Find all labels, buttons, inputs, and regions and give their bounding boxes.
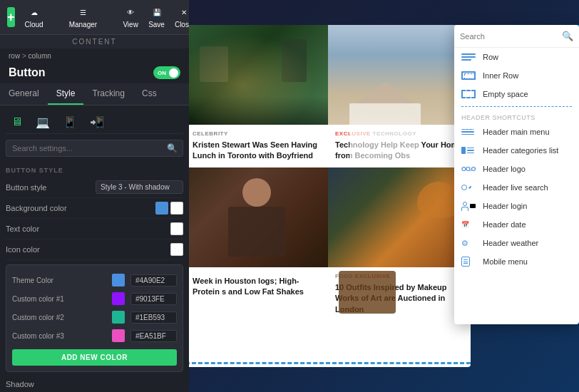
toolbar-view[interactable]: 👁 View <box>123 6 138 29</box>
header-date-icon: 📅 <box>461 220 477 229</box>
header-cat-icon <box>461 145 477 155</box>
header-logo-icon: OO.O <box>461 164 477 174</box>
mobile-menu-icon <box>461 257 477 267</box>
text-color-row: Text color <box>6 219 183 239</box>
toggle-switch[interactable]: ON <box>153 66 180 79</box>
shortcut-header-cat[interactable]: Header categories list <box>454 141 579 160</box>
header-menu-label: Header main menu <box>483 128 550 136</box>
mobile-menu-label: Mobile menu <box>483 257 528 266</box>
shortcut-header-weather[interactable]: ⚙ Header weather <box>454 234 579 252</box>
header-weather-icon: ⚙ <box>461 238 477 248</box>
bg-color-swatch-blue[interactable] <box>155 202 168 215</box>
mobile-icon[interactable]: 📲 <box>90 115 104 129</box>
search-input[interactable] <box>6 140 183 157</box>
inner-row-label: Inner Row <box>483 71 518 80</box>
header-search-icon <box>461 182 477 192</box>
custom2-color-chip[interactable] <box>112 311 125 324</box>
shortcut-header-menu[interactable]: Header main menu <box>454 123 579 141</box>
laptop-icon[interactable]: 💻 <box>36 115 50 129</box>
add-icon: ☁ <box>26 6 42 19</box>
icon-color-swatches <box>170 243 183 256</box>
blog-card-1-title: Kristen Stewart Was Seen Having Lunch in… <box>193 140 321 162</box>
blog-card-1-content: CELEBRITY Kristen Stewart Was Seen Havin… <box>185 125 328 167</box>
blog-card-1-image <box>185 25 328 125</box>
bg-color-swatch-white[interactable] <box>170 202 183 215</box>
toolbar-save[interactable]: 💾 Save <box>148 6 165 29</box>
text-color-swatches <box>170 222 183 235</box>
toolbar-close[interactable]: ✕ Close <box>175 6 189 29</box>
add-color-button[interactable]: ADD NEW COLOR <box>12 349 177 366</box>
text-color-swatch[interactable] <box>170 222 183 235</box>
custom1-color-row: Custom color #1 #9013FE <box>12 289 177 308</box>
custom1-color-chip[interactable] <box>112 292 125 305</box>
right-search-input[interactable] <box>460 32 562 41</box>
blog-card-2-image <box>328 25 471 125</box>
shortcut-header-login[interactable]: Header login <box>454 197 579 215</box>
row-label: Row <box>483 53 498 61</box>
blog-card-2: EXCLUSIVE TECHNOLOGY Technology Help Kee… <box>328 25 471 167</box>
tab-general[interactable]: General <box>0 83 48 105</box>
button-style-label: BUTTON STYLE <box>6 164 183 177</box>
save-label: Save <box>148 21 165 29</box>
inner-row-icon <box>461 71 477 81</box>
toolbar-add[interactable]: ☁ Cloud <box>25 6 43 29</box>
panel-content: 🖥 💻 📱 📲 🔍 BUTTON STYLE Button style Styl… <box>0 105 189 392</box>
header-logo-label: Header logo <box>483 165 526 173</box>
blog-card-3: Week in Houston logs; High-Protein s and… <box>185 167 328 321</box>
shortcut-header-search[interactable]: Header live search <box>454 178 579 197</box>
manager-label: Manager <box>69 21 97 29</box>
custom1-color-label: Custom color #1 <box>12 295 80 303</box>
custom3-color-label: Custom color #3 <box>12 332 80 340</box>
custom3-color-chip[interactable] <box>112 329 125 342</box>
shortcut-mobile-menu[interactable]: Mobile menu <box>454 252 579 271</box>
theme-color-chip[interactable] <box>112 274 125 287</box>
button-style-row: Button style Style 3 - With shadow <box>6 177 183 198</box>
shadow-row: Shadow <box>6 376 183 392</box>
shortcut-row[interactable]: Row <box>454 48 579 66</box>
blog-card-3-image <box>185 167 328 267</box>
tab-css[interactable]: Css <box>133 83 165 105</box>
close-icon: ✕ <box>176 6 189 19</box>
right-panel: 🔍 Row Inner Row Empty s <box>454 25 579 324</box>
section-separator <box>461 106 572 107</box>
nav-tabs: General Style Tracking Css <box>0 83 189 105</box>
main-content: CELEBRITY Kristen Stewart Was Seen Havin… <box>185 25 471 367</box>
theme-color-hex: #4A90E2 <box>130 274 177 287</box>
blog-card-4: FOOD EXCLUSIVE 10 Outfits Inspired by Ma… <box>328 167 471 321</box>
view-icon: 👁 <box>123 6 138 19</box>
tab-style[interactable]: Style <box>48 83 84 105</box>
toolbar: + ☁ Cloud ☰ Manager 👁 View 💾 Save ✕ Clos… <box>0 0 189 35</box>
shortcuts-section-label: Header shortcuts <box>454 110 579 123</box>
close-label: Close <box>175 21 189 29</box>
shadow-label: Shadow <box>6 380 34 388</box>
toolbar-manager[interactable]: ☰ Manager <box>69 6 97 29</box>
icon-color-swatch[interactable] <box>170 243 183 256</box>
custom2-color-label: Custom color #2 <box>12 314 80 321</box>
toggle-circle <box>169 68 178 78</box>
toggle-label: ON <box>158 70 166 76</box>
button-style-select[interactable]: Style 3 - With shadow <box>96 180 183 194</box>
shortcut-empty-space[interactable]: Empty space <box>454 85 579 103</box>
device-icons: 🖥 💻 📱 📲 <box>6 111 183 134</box>
button-style-form-label: Button style <box>6 183 46 192</box>
header-date-label: Header date <box>483 220 526 229</box>
row-icon <box>461 52 477 62</box>
shortcut-inner-row[interactable]: Inner Row <box>454 66 579 85</box>
shortcut-header-date[interactable]: 📅 Header date <box>454 215 579 234</box>
tab-tracking[interactable]: Tracking <box>83 83 133 105</box>
shortcut-header-logo[interactable]: OO.O Header logo <box>454 160 579 178</box>
tablet-icon[interactable]: 📱 <box>63 115 77 129</box>
blog-grid: CELEBRITY Kristen Stewart Was Seen Havin… <box>185 25 471 321</box>
empty-space-label: Empty space <box>483 90 528 98</box>
desktop-icon[interactable]: 🖥 <box>11 115 23 129</box>
header-search-label: Header live search <box>483 183 548 192</box>
add-button[interactable]: + <box>7 7 15 27</box>
right-search-icon: 🔍 <box>562 31 573 41</box>
breadcrumb-column: column <box>29 52 51 60</box>
view-label: View <box>123 21 138 29</box>
cloud-label: Cloud <box>25 21 43 29</box>
bg-color-row: Background color <box>6 198 183 219</box>
header-weather-label: Header weather <box>483 239 538 247</box>
breadcrumb: row > column <box>0 48 189 63</box>
theme-color-label: Theme Color <box>12 277 80 284</box>
